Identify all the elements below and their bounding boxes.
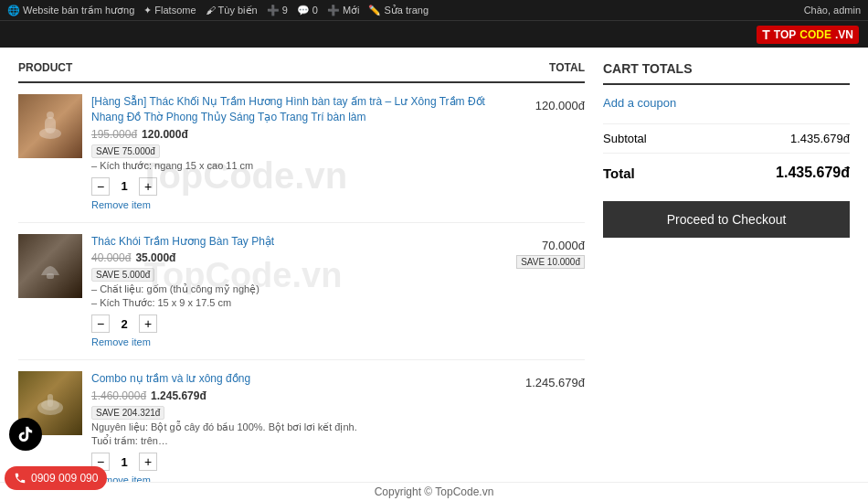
product-image-1: [18, 94, 82, 158]
subtotal-label: Subtotal: [603, 132, 647, 145]
main-content: PRODUCT TOTAL [Hàng Sẵn] Thác Khối Nụ Tr…: [0, 48, 868, 501]
svg-point-2: [47, 112, 54, 119]
admin-bar-edit[interactable]: ✏️ Sửa trang: [368, 5, 429, 16]
subtotal-row: Subtotal 1.435.679đ: [603, 123, 850, 153]
qty-increase-3[interactable]: +: [139, 453, 157, 471]
qty-decrease-2[interactable]: −: [91, 314, 110, 333]
item-save-badge-2: SAVE 10.000đ: [516, 255, 585, 269]
product-image-2: [18, 234, 82, 298]
tiktok-button[interactable]: [9, 418, 42, 451]
qty-increase-2[interactable]: +: [139, 314, 157, 333]
product-details-2: Thác Khói Trầm Hương Bàn Tay Phật 40.000…: [91, 234, 503, 349]
item-total-2: 70.000đ SAVE 10.000đ: [512, 234, 585, 269]
svg-rect-3: [47, 273, 54, 279]
save-badge-2: SAVE 5.000đ: [91, 268, 154, 282]
product-meta-3b: Tuổi trầm: trên…: [91, 435, 503, 447]
site-logo[interactable]: T TOP CODE .VN: [757, 26, 859, 44]
product-meta-3a: Nguyên liệu: Bột gỗ cây đó bầu 100%. Bột…: [91, 421, 503, 433]
qty-value-3: 1: [115, 455, 133, 469]
admin-bar-comments[interactable]: 💬 0: [297, 5, 318, 16]
admin-bar-plus[interactable]: ➕ 9: [267, 5, 288, 16]
product-prices-3: 1.460.000đ 1.245.679đ: [91, 389, 503, 402]
admin-bar: 🌐 Website bán trầm hương ✦ Flatsome 🖌 Tù…: [0, 0, 868, 20]
qty-control-2: − 2 +: [91, 314, 503, 333]
qty-decrease-1[interactable]: −: [91, 177, 110, 196]
save-badge-1: SAVE 75.000đ: [91, 144, 160, 158]
admin-bar-website[interactable]: 🌐 Website bán trầm hương: [7, 5, 134, 16]
product-meta-2a: – Chất liệu: gốm (thủ công mỹ nghệ): [91, 283, 503, 295]
qty-value-2: 2: [115, 317, 133, 331]
table-row: Thác Khói Trầm Hương Bàn Tay Phật 40.000…: [18, 223, 585, 361]
admin-bar-greeting: Chào, admin: [804, 5, 861, 16]
item-total-1: 120.000đ: [512, 94, 585, 112]
add-coupon-link[interactable]: Add a coupon: [603, 96, 850, 110]
admin-bar-customize[interactable]: 🖌 Tùy biến: [206, 5, 258, 16]
phone-button[interactable]: 0909 009 090: [5, 466, 107, 490]
cart-section: PRODUCT TOTAL [Hàng Sẵn] Thác Khối Nụ Tr…: [18, 61, 585, 487]
product-meta-2b: – Kích Thước: 15 x 9 x 17.5 cm: [91, 297, 503, 309]
product-name-2[interactable]: Thác Khói Trầm Hương Bàn Tay Phật: [91, 235, 274, 248]
item-total-3: 1.245.679đ: [512, 371, 585, 389]
product-meta-1: – Kích thước: ngang 15 x cao 11 cm: [91, 160, 503, 172]
table-row: [Hàng Sẵn] Thác Khối Nụ Trầm Hương Hình …: [18, 83, 585, 223]
product-name-3[interactable]: Combo nụ trầm và lư xông đồng: [91, 372, 250, 385]
admin-bar-new[interactable]: ➕ Mới: [327, 5, 360, 16]
remove-item-1[interactable]: Remove item: [91, 199, 151, 210]
product-prices-1: 195.000đ 120.000đ: [91, 128, 503, 141]
product-details-3: Combo nụ trầm và lư xông đồng 1.460.000đ…: [91, 371, 503, 486]
save-badge-3: SAVE 204.321đ: [91, 406, 164, 420]
product-prices-2: 40.000đ 35.000đ: [91, 251, 503, 264]
checkout-button[interactable]: Proceed to Checkout: [603, 201, 850, 238]
remove-item-2[interactable]: Remove item: [91, 336, 151, 347]
admin-bar-flatsome[interactable]: ✦ Flatsome: [143, 5, 196, 16]
subtotal-value: 1.435.679đ: [790, 132, 850, 145]
qty-control-1: − 1 +: [91, 177, 503, 196]
product-details-1: [Hàng Sẵn] Thác Khối Nụ Trầm Hương Hình …: [91, 94, 503, 211]
qty-control-3: − 1 +: [91, 453, 503, 471]
total-value: 1.435.679đ: [776, 165, 850, 181]
total-label: Total: [603, 165, 635, 181]
svg-rect-6: [48, 394, 53, 407]
total-row: Total 1.435.679đ: [603, 153, 850, 192]
qty-increase-1[interactable]: +: [139, 177, 157, 196]
cart-totals: CART TOTALS Add a coupon Subtotal 1.435.…: [603, 61, 850, 487]
svg-rect-1: [45, 117, 56, 133]
product-name-1[interactable]: [Hàng Sẵn] Thác Khối Nụ Trầm Hương Hình …: [91, 95, 485, 123]
cart-header: PRODUCT TOTAL: [18, 61, 585, 83]
table-row: Combo nụ trầm và lư xông đồng 1.460.000đ…: [18, 360, 585, 487]
admin-bar-left: 🌐 Website bán trầm hương ✦ Flatsome 🖌 Tù…: [7, 5, 429, 16]
logo-bar: T TOP CODE .VN: [0, 20, 868, 48]
phone-number: 0909 009 090: [31, 472, 98, 485]
footer-copyright: Copyright © TopCode.vn: [0, 482, 868, 501]
qty-value-1: 1: [115, 179, 133, 193]
cart-totals-header: CART TOTALS: [603, 61, 850, 85]
